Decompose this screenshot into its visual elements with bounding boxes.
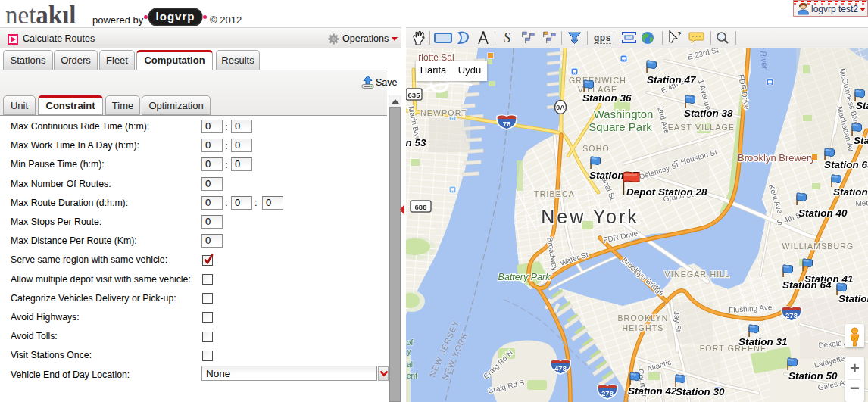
svg-text:688: 688 xyxy=(415,203,427,211)
svg-text:78: 78 xyxy=(503,120,511,128)
svg-text:TRIBECA: TRIBECA xyxy=(534,189,575,198)
svg-text:WILLIAMSBURG: WILLIAMSBURG xyxy=(782,242,854,251)
svg-text:Station 47: Station 47 xyxy=(647,74,697,86)
svg-text:HEIGHTS: HEIGHTS xyxy=(622,323,663,332)
svg-text:GREENWICH: GREENWICH xyxy=(569,76,626,85)
svg-text:EAST VILLAGE: EAST VILLAGE xyxy=(668,123,735,132)
svg-text:Stati: Stati xyxy=(856,100,868,111)
svg-text:BROOKLYN: BROOKLYN xyxy=(617,313,668,323)
svg-text:Station 42: Station 42 xyxy=(628,385,677,397)
svg-text:Station 38: Station 38 xyxy=(684,108,733,119)
svg-text:Station 31: Station 31 xyxy=(738,336,788,347)
svg-text:Battery Park: Battery Park xyxy=(498,272,551,282)
svg-text:Station 64: Station 64 xyxy=(782,279,832,291)
svg-text:Statio: Statio xyxy=(854,135,868,146)
svg-text:Square Park: Square Park xyxy=(589,120,652,133)
svg-text:478: 478 xyxy=(554,364,567,372)
svg-text:SOHO: SOHO xyxy=(582,144,610,153)
svg-text:al: al xyxy=(407,360,413,369)
svg-text:Station 6: Station 6 xyxy=(838,293,868,304)
svg-text:VINEGAR HILL: VINEGAR HILL xyxy=(665,270,731,279)
svg-text:278: 278 xyxy=(785,311,798,319)
svg-text:of: of xyxy=(407,338,414,347)
svg-text:Station 30: Station 30 xyxy=(676,386,725,397)
svg-text:Brooklyn Brewery: Brooklyn Brewery xyxy=(738,152,815,164)
svg-text:Station 50: Station 50 xyxy=(788,370,838,382)
svg-text:Station 40: Station 40 xyxy=(798,207,848,219)
svg-text:New York: New York xyxy=(541,206,639,227)
svg-text:9A: 9A xyxy=(556,104,565,111)
svg-text:278: 278 xyxy=(601,389,614,397)
svg-text:Station 36: Station 36 xyxy=(582,92,632,104)
svg-text:Depot Station 28: Depot Station 28 xyxy=(626,186,707,198)
svg-text:Station 53: Station 53 xyxy=(406,137,426,148)
svg-text:y: y xyxy=(407,347,411,356)
svg-text:635: 635 xyxy=(408,91,421,99)
svg-text:Station 3: Station 3 xyxy=(833,186,868,198)
svg-text:ent: ent xyxy=(407,372,417,380)
svg-text:Station 63: Station 63 xyxy=(824,159,868,170)
svg-text:?: ? xyxy=(677,30,682,38)
svg-text:Washington: Washington xyxy=(594,108,654,120)
svg-text:NEWPORT: NEWPORT xyxy=(420,108,467,117)
